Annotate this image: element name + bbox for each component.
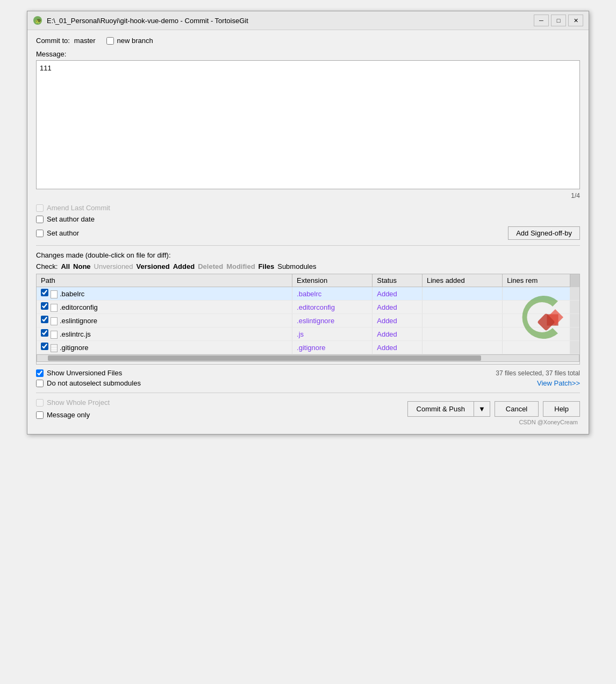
table-header-row: Path Extension Status Lines added Lines … (37, 274, 579, 287)
message-textarea[interactable]: 111 (36, 60, 580, 189)
amend-checkbox[interactable] (36, 204, 44, 212)
check-added-link[interactable]: Added (173, 262, 195, 270)
check-label: Check: (36, 262, 58, 270)
set-author-date-label: Set author date (47, 215, 95, 223)
set-author-date-checkbox[interactable] (36, 216, 44, 223)
check-none-link[interactable]: None (73, 262, 91, 270)
do-not-autoselect-label: Do not autoselect submodules (47, 379, 141, 387)
set-author-date-row: Set author date (36, 215, 580, 223)
scrollbar-cell (570, 287, 579, 301)
file-lines-added-cell (422, 301, 502, 314)
check-all-link[interactable]: All (61, 262, 70, 270)
commit-to-group: Commit to: master (36, 37, 96, 45)
commit-push-button[interactable]: Commit & Push (407, 401, 474, 417)
file-icon (51, 290, 58, 298)
col-header-lines-added: Lines added (422, 274, 502, 287)
table-row: .gitignore.gitignoreAdded (37, 341, 579, 354)
check-row: Check: All None Unversioned Versioned Ad… (36, 262, 580, 270)
new-branch-label: new branch (117, 37, 153, 45)
file-lines-added-cell (422, 314, 502, 327)
commit-to-label: Commit to: (36, 37, 70, 45)
check-deleted-link[interactable]: Deleted (198, 262, 223, 270)
window-title: E:\_01_Personal\Ruoyi\git-hook-vue-demo … (47, 17, 248, 25)
check-modified-link[interactable]: Modified (226, 262, 255, 270)
check-submodules-link[interactable]: Submodules (277, 262, 316, 270)
file-extension-cell: .gitignore (292, 341, 373, 354)
file-checkbox[interactable] (41, 302, 48, 310)
file-path-cell: .editorconfig (37, 301, 292, 314)
table-row: .editorconfig.editorconfigAdded (37, 301, 579, 314)
commit-push-dropdown-button[interactable]: ▼ (474, 401, 490, 417)
check-versioned-link[interactable]: Versioned (137, 262, 170, 270)
scrollbar-cell (570, 327, 579, 341)
commit-to-row: Commit to: master new branch (36, 37, 580, 45)
amend-row: Amend Last Commit (36, 204, 580, 212)
view-patch-link[interactable]: View Patch>> (537, 379, 580, 387)
show-whole-project-row: Show Whole Project (36, 398, 407, 407)
file-icon (51, 344, 58, 352)
separator-1 (36, 245, 580, 246)
maximize-button[interactable]: □ (551, 15, 566, 26)
message-only-checkbox[interactable] (36, 411, 44, 419)
file-extension-cell: .js (292, 327, 373, 341)
help-button[interactable]: Help (543, 401, 580, 417)
check-unversioned-link[interactable]: Unversioned (94, 262, 133, 270)
col-header-path: Path (37, 274, 292, 287)
file-status-cell: Added (373, 327, 422, 341)
file-name-text: .eslintrc.js (60, 330, 91, 338)
message-label: Message: (36, 50, 580, 58)
watermark: CSDN @XoneyCream (36, 419, 580, 428)
scrollbar-thumb (48, 355, 481, 361)
file-checkbox[interactable] (41, 289, 48, 296)
minimize-button[interactable]: ─ (534, 15, 549, 26)
new-branch-checkbox[interactable] (106, 37, 114, 45)
show-unversioned-checkbox[interactable] (36, 369, 44, 377)
signed-off-area: Add Signed-off-by (508, 226, 580, 240)
file-path-cell: .eslintrc.js (37, 327, 292, 341)
set-author-checkbox[interactable] (36, 230, 44, 237)
do-not-autoselect-group: Do not autoselect submodules (36, 379, 141, 387)
file-extension-cell: .editorconfig (292, 301, 373, 314)
bottom-area: Show Whole Project Message only Commit &… (36, 398, 580, 419)
file-status-cell: Added (373, 314, 422, 327)
file-path-cell: .babelrc (37, 287, 292, 301)
set-author-label: Set author (47, 229, 79, 237)
message-only-label: Message only (47, 411, 90, 419)
file-extension-cell: .babelrc (292, 287, 373, 301)
scrollbar-cell (570, 341, 579, 354)
horizontal-scrollbar[interactable] (37, 354, 579, 362)
show-unversioned-row: Show Unversioned Files 37 files selected… (36, 369, 580, 377)
file-checkbox[interactable] (41, 329, 48, 337)
file-table-body: .babelrc.babelrcAdded.editorconfig.edito… (37, 287, 579, 354)
file-table-wrapper: Path Extension Status Lines added Lines … (36, 274, 580, 365)
set-author-date-group: Set author date (36, 215, 95, 223)
table-row: .eslintrc.js.jsAdded (37, 327, 579, 341)
amend-group: Amend Last Commit (36, 204, 110, 212)
app-icon: 🐢 (33, 16, 42, 25)
do-not-autoselect-checkbox[interactable] (36, 380, 44, 387)
cancel-button[interactable]: Cancel (495, 401, 539, 417)
scrollbar-cell (570, 314, 579, 327)
file-extension-cell: .eslintignore (292, 314, 373, 327)
show-whole-project-checkbox[interactable] (36, 399, 44, 407)
file-path-cell: .eslintignore (37, 314, 292, 327)
new-branch-group: new branch (106, 37, 153, 45)
check-files-link[interactable]: Files (259, 262, 275, 270)
file-icon (51, 317, 58, 325)
show-unversioned-group: Show Unversioned Files (36, 369, 122, 377)
main-content: Commit to: master new branch Message: 11… (27, 30, 589, 434)
set-author-group: Set author (36, 229, 79, 237)
add-signed-off-by-button[interactable]: Add Signed-off-by (508, 226, 580, 240)
close-button[interactable]: ✕ (568, 15, 583, 26)
file-checkbox[interactable] (41, 343, 48, 350)
separator-2 (36, 393, 580, 393)
file-name-text: .editorconfig (60, 303, 98, 311)
file-checkbox[interactable] (41, 316, 48, 323)
file-icon (51, 304, 58, 312)
amend-label: Amend Last Commit (47, 204, 110, 212)
file-lines-removed-cell (503, 314, 570, 327)
set-author-row: Set author Add Signed-off-by (36, 226, 580, 240)
file-path-cell: .gitignore (37, 341, 292, 354)
file-status-cell: Added (373, 301, 422, 314)
commit-to-value: master (74, 37, 96, 45)
